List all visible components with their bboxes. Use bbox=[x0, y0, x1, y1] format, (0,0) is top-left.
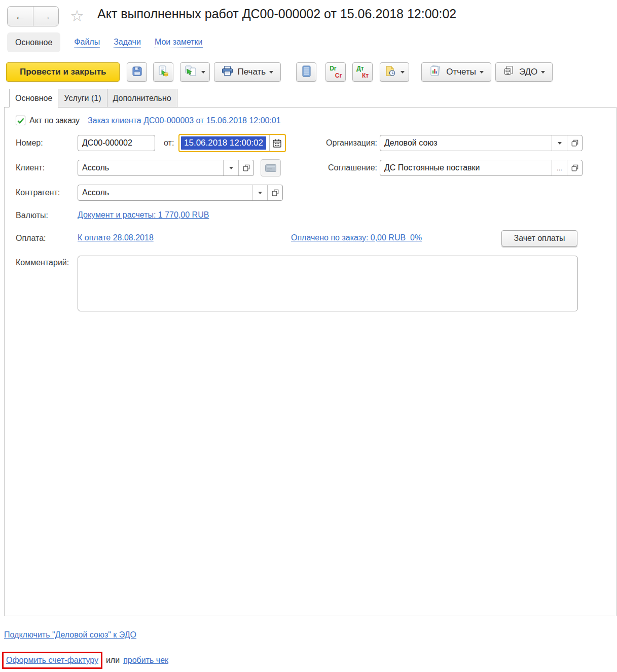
chevron-down-icon bbox=[229, 167, 233, 169]
chevron-down-icon bbox=[201, 71, 205, 74]
client-value: Ассоль bbox=[78, 160, 223, 175]
organization-open-button[interactable] bbox=[567, 135, 582, 151]
client-dropdown-button[interactable] bbox=[223, 160, 238, 175]
reports-button[interactable]: Отчеты bbox=[421, 62, 491, 82]
forward-button[interactable]: → bbox=[33, 7, 58, 26]
connect-edo-link[interactable]: Подключить "Деловой союз" к ЭДО bbox=[4, 630, 136, 639]
payment-paid-link[interactable]: Оплачено по заказу: 0,00 RUB 0% bbox=[291, 233, 422, 242]
print-receipt-link[interactable]: пробить чек bbox=[123, 656, 168, 665]
form-content: Акт по заказу Заказ клиента ДС00-000003 … bbox=[4, 107, 616, 616]
post-document-icon bbox=[157, 65, 169, 79]
document-settlements-link[interactable]: Документ и расчеты: 1 770,00 RUB bbox=[78, 210, 209, 220]
back-arrow-icon: ← bbox=[15, 10, 26, 23]
agreement-value: ДС Постоянные поставки bbox=[380, 160, 552, 175]
order-checkbox-label: Акт по заказу bbox=[29, 116, 80, 125]
counterparty-dropdown-button[interactable] bbox=[252, 185, 267, 200]
agreement-label: Соглашение: bbox=[318, 163, 377, 172]
nav-item-notes[interactable]: Мои заметки bbox=[155, 37, 203, 48]
chevron-down-icon bbox=[269, 71, 273, 74]
agreement-open-button[interactable] bbox=[567, 160, 582, 175]
report-chart-icon bbox=[429, 65, 442, 79]
client-label: Клиент: bbox=[16, 163, 45, 172]
kt-label: Кт bbox=[362, 72, 369, 79]
organization-input[interactable]: Деловой союз bbox=[380, 135, 583, 151]
comment-textarea[interactable] bbox=[78, 256, 578, 311]
tab-services[interactable]: Услуги (1) bbox=[58, 89, 106, 108]
footer-row-2: Оформить счет-фактуру или пробить чек bbox=[2, 652, 168, 669]
schedule-document-button[interactable] bbox=[380, 62, 409, 82]
tab-additional[interactable]: Дополнительно bbox=[107, 89, 177, 108]
toolbar: Провести и закрыть Печать bbox=[6, 62, 553, 82]
forward-arrow-icon: → bbox=[41, 10, 52, 23]
date-input[interactable]: 15.06.2018 12:00:02 bbox=[178, 134, 286, 152]
client-open-button[interactable] bbox=[238, 160, 253, 175]
order-checkbox[interactable] bbox=[16, 116, 25, 125]
document-window: ← → ☆ Акт выполненных работ ДС00-000002 … bbox=[0, 0, 617, 672]
printer-icon bbox=[222, 66, 233, 78]
chevron-down-icon bbox=[558, 142, 562, 145]
check-icon bbox=[17, 118, 24, 124]
save-button[interactable] bbox=[127, 62, 147, 82]
calendar-button[interactable] bbox=[269, 135, 285, 151]
counterparty-value: Ассоль bbox=[78, 185, 252, 200]
register-records-button[interactable] bbox=[296, 62, 316, 82]
or-text: или bbox=[106, 656, 120, 665]
counterparty-label: Контрагент: bbox=[16, 188, 60, 197]
post-and-close-button[interactable]: Провести и закрыть bbox=[6, 62, 120, 82]
chevron-down-icon bbox=[258, 192, 262, 194]
create-based-on-button[interactable] bbox=[180, 62, 210, 82]
print-button[interactable]: Печать bbox=[214, 62, 281, 82]
create-invoice-link[interactable]: Оформить счет-фактуру bbox=[6, 656, 98, 665]
nav-item-main[interactable]: Основное bbox=[7, 32, 60, 52]
client-input[interactable]: Ассоль bbox=[78, 160, 254, 176]
counterparty-input[interactable]: Ассоль bbox=[78, 185, 283, 201]
number-label: Номер: bbox=[16, 138, 43, 148]
reports-label: Отчеты bbox=[446, 67, 476, 77]
open-in-new-icon bbox=[571, 139, 578, 147]
edo-fax-icon: я bbox=[503, 65, 515, 79]
open-in-new-icon bbox=[243, 164, 250, 171]
number-input[interactable]: ДС00-000002 bbox=[78, 135, 155, 151]
agreement-input[interactable]: ДС Постоянные поставки ... bbox=[380, 160, 583, 176]
calendar-icon bbox=[272, 138, 282, 148]
back-button[interactable]: ← bbox=[8, 7, 33, 26]
edo-button[interactable]: я ЭДО bbox=[495, 62, 553, 82]
create-based-on-icon bbox=[185, 65, 198, 79]
page-title: Акт выполненных работ ДС00-000002 от 15.… bbox=[97, 7, 456, 21]
payment-due-link[interactable]: К оплате 28.08.2018 bbox=[78, 233, 154, 242]
agreement-more-button[interactable]: ... bbox=[552, 160, 567, 175]
date-label: от: bbox=[164, 138, 174, 148]
drcr-button[interactable]: Dr Cr bbox=[325, 62, 346, 82]
chevron-down-icon bbox=[541, 71, 545, 74]
organization-value: Деловой союз bbox=[380, 135, 552, 151]
footer-row-1: Подключить "Деловой союз" к ЭДО bbox=[4, 630, 136, 640]
counterparty-open-button[interactable] bbox=[267, 185, 282, 200]
payment-offset-button[interactable]: Зачет оплаты bbox=[501, 230, 577, 246]
open-in-new-icon bbox=[272, 189, 279, 196]
form-tabs: Основное Услуги (1) Дополнительно bbox=[9, 89, 177, 108]
dt-label: Дт bbox=[356, 65, 364, 72]
dtkt-button[interactable]: Дт Кт bbox=[352, 62, 373, 82]
organization-dropdown-button[interactable] bbox=[552, 135, 567, 151]
print-label: Печать bbox=[237, 67, 266, 77]
favorite-star-icon[interactable]: ☆ bbox=[70, 7, 84, 25]
nav-item-tasks[interactable]: Задачи bbox=[114, 37, 141, 48]
currencies-label: Валюты: bbox=[16, 211, 48, 220]
payment-label: Оплата: bbox=[16, 234, 46, 243]
post-document-button[interactable] bbox=[153, 62, 173, 82]
comment-label: Комментарий: bbox=[16, 258, 69, 267]
order-checkbox-row: Акт по заказу Заказ клиента ДС00-000003 … bbox=[16, 116, 281, 125]
number-value: ДС00-000002 bbox=[78, 135, 155, 151]
navigation-panel: Основное Файлы Задачи Мои заметки bbox=[7, 32, 203, 52]
edo-label: ЭДО bbox=[519, 67, 537, 77]
date-value-selected: 15.06.2018 12:00:02 bbox=[181, 136, 266, 150]
organization-label: Организация: bbox=[318, 138, 377, 148]
open-in-new-icon bbox=[571, 164, 578, 171]
client-card-button[interactable] bbox=[261, 159, 281, 176]
nav-item-files[interactable]: Файлы bbox=[74, 37, 100, 48]
tab-main[interactable]: Основное bbox=[9, 89, 58, 108]
register-list-icon bbox=[302, 65, 311, 79]
customer-order-link[interactable]: Заказ клиента ДС00-000003 от 15.06.2018 … bbox=[88, 116, 281, 125]
document-clock-icon bbox=[384, 65, 397, 79]
dr-label: Dr bbox=[330, 65, 336, 72]
